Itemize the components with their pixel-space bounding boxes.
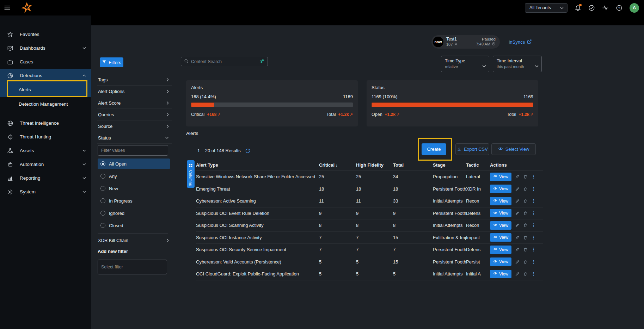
status-option-all-open[interactable]: All Open — [98, 159, 170, 169]
cell-alert-type[interactable]: Suspicious OCI Event Rule Deletion — [196, 211, 319, 216]
cell-alert-type[interactable]: Suspicious OCI Security Service Impairme… — [196, 247, 319, 252]
delete-icon[interactable] — [523, 260, 528, 264]
filter-values-input[interactable] — [98, 145, 168, 156]
edit-icon[interactable] — [515, 223, 520, 228]
help-icon[interactable]: ? — [616, 5, 622, 11]
export-csv-button[interactable]: Export CSV — [455, 143, 489, 155]
cell-alert-type[interactable]: Emerging Threat — [196, 186, 319, 192]
sync-name[interactable]: Test1 — [446, 37, 458, 42]
table-row[interactable]: Cybereason: Active Scanning 11 11 33 Ini… — [196, 195, 543, 207]
view-button[interactable]: View — [490, 185, 511, 193]
cell-alert-type[interactable]: OCI CloudGuard: Exploit Public-Facing Ap… — [196, 271, 319, 277]
content-search-bar[interactable] — [181, 57, 268, 66]
header-alert-type[interactable]: Alert Type — [196, 162, 319, 168]
sync-status-widget[interactable]: now Test1 107 Paused 7:49 AM — [431, 35, 500, 49]
view-button[interactable]: View — [490, 246, 511, 254]
table-row[interactable]: Sensitive Windows Network Share File or … — [196, 171, 543, 183]
brand-logo-icon[interactable] — [19, 2, 34, 15]
view-button[interactable]: View — [490, 221, 511, 230]
edit-icon[interactable] — [515, 211, 520, 216]
filter-group-status[interactable]: Status — [97, 132, 172, 144]
kebab-menu-icon[interactable] — [531, 260, 536, 264]
columns-tab[interactable]: Columns — [187, 160, 195, 188]
activity-pulse-icon[interactable] — [602, 5, 609, 11]
header-stage[interactable]: Stage — [433, 162, 466, 168]
delete-icon[interactable] — [523, 223, 528, 228]
filter-group-source[interactable]: Source — [97, 120, 172, 132]
filter-group-xdr-kill-chain[interactable]: XDR Kill Chain — [97, 235, 172, 246]
cell-alert-type[interactable]: Sensitive Windows Network Share File or … — [196, 174, 319, 179]
status-option-ignored[interactable]: Ignored — [98, 208, 170, 218]
edit-icon[interactable] — [515, 272, 520, 276]
delete-icon[interactable] — [523, 187, 528, 191]
status-option-in-progress[interactable]: In Progress — [98, 195, 170, 206]
header-critical[interactable]: Critical↓ — [319, 162, 356, 168]
edit-icon[interactable] — [515, 247, 520, 252]
kebab-menu-icon[interactable] — [531, 235, 536, 240]
sidebar-item-threat-intelligence[interactable]: Threat Intelligence — [0, 116, 91, 130]
table-row[interactable]: Suspicious OCI Security Service Impairme… — [196, 244, 543, 256]
cell-alert-type[interactable]: Suspicious OCI Instance Activity — [196, 235, 319, 240]
view-button[interactable]: View — [490, 197, 511, 205]
insyncs-link[interactable]: InSyncs — [509, 39, 532, 45]
delete-icon[interactable] — [523, 272, 528, 276]
table-row[interactable]: Suspicious OCI Scanning Activity 8 8 8 I… — [196, 219, 543, 232]
view-button[interactable]: View — [490, 257, 511, 266]
delete-icon[interactable] — [523, 247, 528, 252]
kebab-menu-icon[interactable] — [531, 247, 536, 252]
kebab-menu-icon[interactable] — [531, 211, 536, 216]
edit-icon[interactable] — [515, 235, 520, 240]
filter-group-tags[interactable]: Tags — [97, 74, 172, 86]
edit-icon[interactable] — [515, 187, 520, 191]
table-row[interactable]: Suspicious OCI Instance Activity 7 7 15 … — [196, 232, 543, 244]
view-button[interactable]: View — [490, 270, 511, 278]
status-option-closed[interactable]: Closed — [98, 220, 170, 231]
sidebar-subitem-alerts[interactable]: Alerts — [0, 82, 91, 97]
delete-icon[interactable] — [523, 211, 528, 216]
time-type-select[interactable]: Time Type relative — [441, 56, 489, 72]
kebab-menu-icon[interactable] — [531, 223, 536, 228]
cell-alert-type[interactable]: Cybereason: Active Scanning — [196, 198, 319, 204]
edit-icon[interactable] — [515, 260, 520, 264]
sidebar-item-detections[interactable]: Detections — [0, 69, 91, 82]
view-button[interactable]: View — [490, 209, 511, 217]
view-button[interactable]: View — [490, 173, 511, 181]
kebab-menu-icon[interactable] — [531, 187, 536, 191]
cell-alert-type[interactable]: Cybereason: Valid Accounts (Persistence) — [196, 259, 319, 265]
sidebar-item-dashboards[interactable]: Dashboards — [0, 41, 91, 55]
table-row[interactable]: Cybereason: Valid Accounts (Persistence)… — [196, 256, 543, 268]
filter-group-alert-options[interactable]: Alert Options — [97, 86, 172, 97]
view-button[interactable]: View — [490, 233, 511, 242]
sidebar-item-favorites[interactable]: Favorites — [0, 27, 91, 41]
select-filter-input[interactable] — [98, 260, 167, 274]
edit-icon[interactable] — [515, 199, 520, 203]
sidebar-item-automation[interactable]: Automation — [0, 157, 91, 171]
kebab-menu-icon[interactable] — [531, 199, 536, 203]
sidebar-subitem-detection-management[interactable]: Detection Management — [0, 97, 91, 111]
header-tactic[interactable]: Tactic — [466, 162, 490, 168]
filter-group-queries[interactable]: Queries — [97, 109, 172, 120]
header-high-fidelity[interactable]: High Fidelity — [356, 162, 393, 168]
filters-button[interactable]: Filters — [100, 57, 123, 67]
refresh-icon[interactable] — [245, 148, 250, 153]
filter-group-alert-score[interactable]: Alert Score — [97, 97, 172, 109]
sidebar-item-cases[interactable]: Cases — [0, 55, 91, 69]
table-row[interactable]: OCI CloudGuard: Exploit Public-Facing Ap… — [196, 268, 543, 280]
kebab-menu-icon[interactable] — [531, 174, 536, 179]
table-row[interactable]: Emerging Threat 18 18 18 Persistent Foot… — [196, 183, 543, 195]
delete-icon[interactable] — [523, 199, 528, 203]
cell-alert-type[interactable]: Suspicious OCI Scanning Activity — [196, 223, 319, 228]
status-option-new[interactable]: New — [98, 183, 170, 194]
status-option-any[interactable]: Any — [98, 171, 170, 181]
sidebar-item-assets[interactable]: Assets — [0, 144, 91, 157]
user-avatar[interactable]: A — [630, 3, 639, 13]
search-input[interactable] — [191, 59, 257, 64]
create-button[interactable]: Create — [422, 143, 446, 155]
time-interval-select[interactable]: Time Interval this past month — [493, 56, 542, 72]
hamburger-menu-icon[interactable] — [4, 4, 11, 12]
kebab-menu-icon[interactable] — [531, 272, 536, 276]
check-circle-icon[interactable] — [588, 5, 595, 11]
header-total[interactable]: Total — [393, 162, 433, 168]
edit-icon[interactable] — [515, 174, 520, 179]
delete-icon[interactable] — [523, 174, 528, 179]
